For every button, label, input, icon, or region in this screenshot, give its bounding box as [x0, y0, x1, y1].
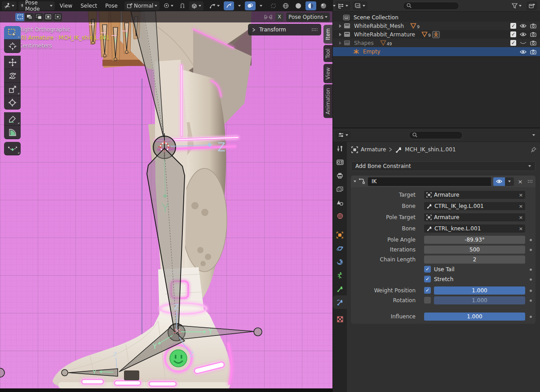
tab-view-layer-properties[interactable] — [333, 182, 347, 196]
camera-render-icon[interactable] — [530, 40, 536, 45]
outliner-display-mode-button[interactable] — [353, 1, 367, 10]
eye-closed-icon[interactable] — [520, 40, 527, 45]
keyframe-dot[interactable] — [530, 249, 532, 251]
chain-length-field[interactable]: 2 — [424, 255, 525, 264]
iterations-field[interactable]: 500 — [424, 246, 525, 254]
breadcrumb-object[interactable]: Armature — [361, 146, 386, 153]
tab-view[interactable]: View — [323, 64, 332, 83]
transform-orientation-selector[interactable]: Normal — [124, 1, 159, 10]
mode-selector[interactable]: Pose Mode — [18, 1, 55, 10]
tool-select-box[interactable] — [4, 26, 21, 40]
selectable-checkbox[interactable]: ✓ — [510, 31, 516, 37]
tab-output-properties[interactable] — [333, 169, 347, 182]
influence-slider[interactable]: 1.000 — [424, 313, 525, 321]
editor-type-button[interactable] — [2, 1, 17, 10]
ik-panel-header[interactable]: IK × — [351, 176, 536, 187]
eye-icon[interactable] — [520, 32, 527, 37]
weight-position-slider[interactable]: 1.000 — [434, 286, 525, 295]
constraint-extras-dropdown[interactable] — [505, 177, 514, 186]
xray-toggle[interactable] — [268, 1, 279, 10]
rotation-slider[interactable]: 1.000 — [434, 296, 525, 304]
constraint-drag-handle[interactable] — [527, 180, 533, 183]
add-bone-constraint-button[interactable]: Add Bone Constraint — [351, 161, 536, 171]
outliner-row-scene-collection[interactable]: Scene Collection — [333, 13, 540, 22]
keyframe-dot[interactable] — [530, 278, 532, 281]
constraint-name-input[interactable]: IK — [368, 177, 491, 186]
outliner-row-mesh-collection[interactable]: WhiteRabbit_Mesh 9 ✓ — [333, 22, 540, 30]
rotation-checkbox[interactable] — [424, 297, 431, 304]
keyframe-dot[interactable] — [530, 316, 532, 318]
tab-item[interactable]: Item — [323, 25, 332, 44]
overlays-toggle[interactable] — [245, 1, 256, 10]
properties-options-dropdown[interactable] — [530, 131, 537, 140]
constraint-enable-eye-button[interactable] — [493, 177, 505, 186]
proportional-editing-selector[interactable] — [207, 1, 222, 10]
tool-annotate[interactable] — [4, 112, 21, 126]
target-object-field[interactable]: Armature × — [424, 191, 525, 199]
shading-material-button[interactable] — [305, 1, 316, 10]
tab-object-constraints-properties[interactable] — [333, 255, 347, 269]
tab-physics-properties[interactable] — [333, 242, 347, 255]
snap-toggle[interactable] — [177, 1, 187, 10]
camera-render-icon[interactable] — [530, 23, 536, 28]
tab-render-properties[interactable] — [333, 155, 347, 169]
tool-transform[interactable] — [4, 96, 21, 110]
tool-scale[interactable] — [4, 83, 21, 96]
select-mode-extend[interactable] — [25, 13, 34, 21]
bone-foot-ik-tip[interactable] — [254, 328, 262, 336]
tab-bone-constraints-properties[interactable] — [333, 295, 347, 309]
outliner-row-shapes-collection[interactable]: Shapes 49 ✓ — [333, 39, 540, 47]
weight-position-checkbox[interactable]: ✓ — [424, 287, 431, 294]
tab-tool[interactable]: Tool — [323, 45, 332, 62]
select-mode-subtract[interactable] — [34, 13, 43, 21]
viewport-3d[interactable]: Z Y — [0, 11, 332, 392]
shading-rendered-button[interactable] — [318, 1, 329, 10]
new-collection-button[interactable] — [527, 1, 537, 10]
shading-solid-button[interactable] — [293, 1, 304, 10]
selectable-checkbox[interactable]: ✓ — [510, 40, 516, 46]
panel-grip[interactable] — [311, 28, 318, 31]
panel-expand-chevron[interactable] — [354, 181, 356, 182]
disclosure-triangle-icon[interactable] — [339, 41, 341, 45]
constraint-delete-button[interactable]: × — [516, 178, 524, 185]
menu-pose[interactable]: Pose — [102, 1, 121, 10]
pole-angle-field[interactable]: -89.93° — [424, 236, 525, 244]
clear-bone-button[interactable]: × — [519, 203, 523, 209]
transform-panel-header[interactable]: Transform — [248, 24, 321, 35]
shading-wireframe-button[interactable] — [280, 1, 291, 10]
pivot-point-selector[interactable] — [161, 1, 176, 10]
tab-bone-properties[interactable] — [333, 282, 347, 295]
breadcrumb-bone[interactable]: MCH_IK_shin.L.001 — [405, 146, 456, 153]
select-mode-intersect[interactable] — [53, 13, 62, 21]
pin-icon[interactable] — [531, 147, 536, 153]
camera-render-icon[interactable] — [530, 49, 536, 54]
viewport-canvas[interactable]: Z Y — [0, 11, 332, 392]
bone-field[interactable]: CTRL_IK_leg.L.001 × — [424, 202, 525, 210]
tab-object-data-properties[interactable] — [333, 269, 347, 282]
snap-target-selector[interactable] — [189, 1, 204, 10]
shading-dropdown[interactable] — [331, 1, 338, 10]
keyframe-dot[interactable] — [530, 300, 532, 302]
tab-tool-properties[interactable] — [333, 142, 347, 155]
clear-target-button[interactable]: × — [519, 192, 523, 198]
outliner-row-armature-collection[interactable]: WhiteRabbit_Armature 9 ✓ — [333, 30, 540, 39]
stretch-checkbox[interactable]: ✓ — [424, 276, 431, 282]
selectable-checkbox[interactable]: ✓ — [510, 23, 516, 29]
gizmos-toggle[interactable] — [224, 1, 234, 10]
use-tail-checkbox[interactable]: ✓ — [424, 266, 431, 273]
tab-object-properties[interactable] — [333, 228, 347, 242]
tab-animation[interactable]: Animation — [323, 84, 332, 118]
disclosure-triangle-icon[interactable] — [339, 33, 341, 36]
bone-toe-tip[interactable] — [62, 370, 68, 376]
tab-scene-properties[interactable] — [333, 196, 347, 209]
clear-pole-target-button[interactable]: × — [519, 215, 523, 220]
tab-world-properties[interactable] — [333, 209, 347, 223]
eye-icon[interactable] — [520, 23, 527, 28]
tab-texture-properties[interactable] — [333, 313, 347, 326]
menu-select[interactable]: Select — [77, 1, 100, 10]
eye-icon[interactable] — [520, 49, 527, 54]
tool-measure[interactable] — [4, 126, 21, 139]
disclosure-triangle-icon[interactable] — [339, 24, 341, 28]
keyframe-dot[interactable] — [530, 290, 532, 292]
outliner-row-empty[interactable]: Empty — [333, 47, 540, 56]
